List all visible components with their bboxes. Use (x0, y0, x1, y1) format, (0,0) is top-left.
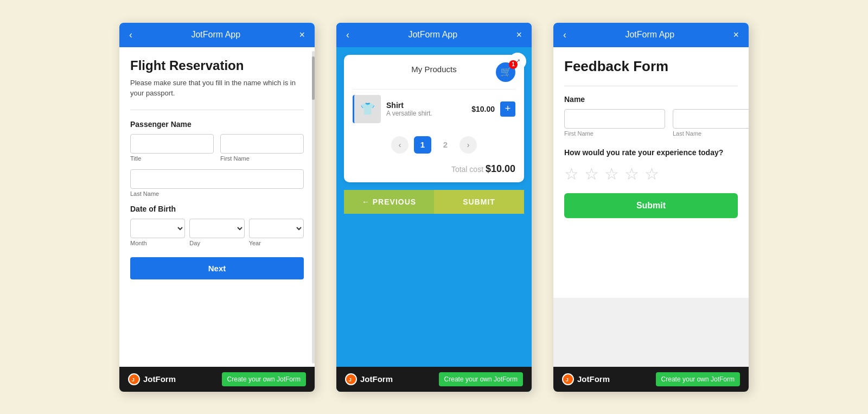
product-image: 👕 (353, 95, 381, 123)
scrollbar-thumb (312, 56, 315, 100)
product-name: Shirt (386, 101, 466, 110)
stars-row: ☆ ☆ ☆ ☆ ☆ (564, 164, 738, 183)
submit-button[interactable]: SUBMIT (434, 190, 524, 214)
svg-text:J: J (349, 376, 352, 382)
products-body: ⤢ My Products 🛒 1 👕 Shirt A versatile sh… (336, 47, 532, 367)
close-icon-3[interactable]: × (733, 29, 739, 41)
jotform-brand-1: JotForm (143, 374, 176, 384)
flight-reservation-frame: ‹ JotForm App × Flight Reservation Pleas… (119, 23, 315, 392)
flight-form-subtitle: Please make sure that you fill in the na… (130, 78, 304, 99)
month-sub-label: Month (130, 240, 185, 246)
jotform-logo-2: J JotForm (345, 373, 393, 385)
submit-feedback-button[interactable]: Submit (564, 193, 738, 218)
day-select[interactable] (189, 219, 244, 238)
flight-form-title: Flight Reservation (130, 58, 304, 73)
feedback-last-name-input[interactable] (673, 109, 749, 129)
last-name-input[interactable] (130, 169, 304, 189)
product-item-shirt: 👕 Shirt A versatile shirt. $10.00 + (353, 89, 515, 129)
feedback-first-name-group: First Name (564, 109, 665, 137)
close-icon-2[interactable]: × (516, 29, 522, 41)
flight-header: ‹ JotForm App × (119, 23, 315, 47)
feedback-footer: J JotForm Create your own JotForm (553, 367, 749, 392)
jotform-logo-3: J JotForm (562, 373, 610, 385)
feedback-header: ‹ JotForm App × (553, 23, 749, 47)
year-sub-label: Year (249, 240, 304, 246)
product-desc: A versatile shirt. (386, 110, 466, 117)
cart-badge: 1 (509, 60, 518, 69)
product-info: Shirt A versatile shirt. (386, 101, 466, 117)
app-title-2: JotForm App (349, 30, 516, 40)
name-label: Name (564, 95, 738, 104)
day-group: Day (189, 219, 244, 246)
rating-label: How would you rate your experience today… (564, 148, 738, 158)
dob-section: Date of Birth JanuaryFebruaryMarch April… (130, 205, 304, 246)
jotform-brand-3: JotForm (577, 374, 610, 384)
app-title-1: JotForm App (132, 30, 299, 40)
prev-page-button[interactable]: ‹ (391, 136, 409, 154)
title-group: Title (130, 134, 214, 162)
year-group: Year (249, 219, 304, 246)
title-sub-label: Title (130, 155, 214, 162)
create-jotform-btn-2[interactable]: Create your own JotForm (439, 372, 523, 386)
flight-footer: J JotForm Create your own JotForm (119, 367, 315, 392)
feedback-first-name-sub: First Name (564, 130, 665, 137)
flight-form-content: Flight Reservation Please make sure that… (119, 47, 315, 367)
products-footer: J JotForm Create your own JotForm (336, 367, 532, 392)
passenger-name-label: Passenger Name (130, 120, 304, 129)
product-price: $10.00 (471, 105, 495, 113)
feedback-last-name-sub: Last Name (673, 130, 749, 137)
star-2[interactable]: ☆ (584, 164, 599, 183)
total-amount: $10.00 (486, 163, 515, 174)
month-select[interactable]: JanuaryFebruaryMarch AprilMayJune JulyAu… (130, 219, 185, 238)
feedback-content: Feedback Form Name First Name Last Name … (553, 47, 749, 298)
feedback-gray-area (553, 298, 749, 367)
star-3[interactable]: ☆ (604, 164, 619, 183)
first-name-input[interactable] (220, 134, 304, 154)
feedback-last-name-group: Last Name (673, 109, 749, 137)
day-sub-label: Day (189, 240, 244, 246)
products-header: ‹ JotForm App × (336, 23, 532, 47)
cart-icon[interactable]: 🛒 1 (496, 62, 515, 82)
star-4[interactable]: ☆ (624, 164, 639, 183)
svg-text:J: J (566, 376, 569, 382)
divider-1 (130, 110, 304, 110)
close-icon[interactable]: × (299, 29, 305, 41)
products-card: My Products 🛒 1 👕 Shirt A versatile shir… (344, 55, 524, 182)
jotform-logo-icon-2: J (345, 373, 357, 385)
pagination-row: ‹ 1 2 › (353, 129, 515, 159)
name-divider (564, 86, 738, 86)
name-row: First Name Last Name (564, 109, 738, 137)
bottom-actions: ← PREVIOUS SUBMIT (344, 190, 524, 214)
passenger-name-row: Title First Name (130, 134, 304, 162)
svg-text:J: J (132, 376, 135, 382)
month-group: JanuaryFebruaryMarch AprilMayJune JulyAu… (130, 219, 185, 246)
page-1[interactable]: 1 (414, 136, 431, 154)
jotform-brand-2: JotForm (360, 374, 393, 384)
year-select[interactable] (249, 219, 304, 238)
page-2[interactable]: 2 (437, 136, 454, 154)
dob-row: JanuaryFebruaryMarch AprilMayJune JulyAu… (130, 219, 304, 246)
jotform-logo-icon-1: J (128, 373, 140, 385)
products-frame: ‹ JotForm App × ⤢ My Products 🛒 1 👕 Shir (336, 23, 532, 392)
title-input[interactable] (130, 134, 214, 154)
first-name-sub-label: First Name (220, 155, 304, 162)
create-jotform-btn-3[interactable]: Create your own JotForm (656, 372, 740, 386)
rating-section: How would you rate your experience today… (564, 148, 738, 219)
add-product-button[interactable]: + (500, 101, 515, 117)
last-name-row: Last Name (130, 169, 304, 197)
last-name-sub-label: Last Name (130, 190, 304, 197)
feedback-title: Feedback Form (564, 58, 738, 75)
last-name-group: Last Name (130, 169, 304, 197)
next-button[interactable]: Next (130, 257, 304, 279)
next-page-button[interactable]: › (459, 136, 477, 154)
previous-button[interactable]: ← PREVIOUS (344, 190, 434, 214)
feedback-first-name-input[interactable] (564, 109, 665, 129)
star-1[interactable]: ☆ (564, 164, 579, 183)
create-jotform-btn-1[interactable]: Create your own JotForm (222, 372, 306, 386)
star-5[interactable]: ☆ (644, 164, 659, 183)
total-row: Total cost $10.00 (353, 159, 515, 182)
feedback-frame: ‹ JotForm App × Feedback Form Name First… (553, 23, 749, 392)
dob-label: Date of Birth (130, 205, 304, 213)
jotform-logo-1: J JotForm (128, 373, 176, 385)
app-title-3: JotForm App (566, 30, 733, 40)
